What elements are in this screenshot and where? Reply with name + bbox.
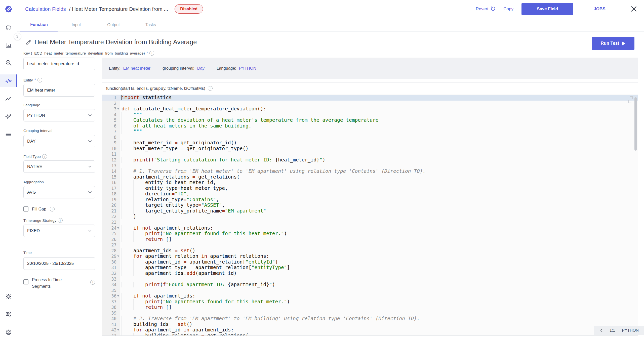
- sidebar-item-settings[interactable]: [0, 292, 17, 301]
- key-input[interactable]: [23, 58, 95, 70]
- code-line[interactable]: 6 of all heat meters in the same buildin…: [102, 123, 638, 129]
- sidebar-item-menu[interactable]: [0, 130, 17, 139]
- field-type-select[interactable]: NATIVE: [23, 160, 95, 173]
- run-test-button[interactable]: Run Test: [592, 37, 634, 50]
- sidebar-expand-button[interactable]: [14, 33, 21, 40]
- code-line[interactable]: 39: [102, 310, 638, 316]
- code-line[interactable]: 23: [102, 220, 638, 225]
- entity-input[interactable]: [23, 84, 95, 97]
- code-line[interactable]: 12 print(f"Starting calculation for heat…: [102, 157, 638, 163]
- tab-input[interactable]: Input: [58, 18, 95, 31]
- code-line[interactable]: 14 # 1. Traverse from 'EM heat meter' to…: [102, 168, 638, 174]
- editor-language[interactable]: PYTHON: [622, 328, 639, 333]
- editor-scrollbar[interactable]: [634, 97, 637, 151]
- sidebar-item-home[interactable]: [0, 23, 17, 32]
- code-line[interactable]: 32 apartment_ids.add(apartment_id): [102, 271, 638, 276]
- info-icon[interactable]: [37, 78, 42, 82]
- code-line[interactable]: 25 print("No apartment found for this he…: [102, 231, 638, 237]
- code-line[interactable]: 4 """: [102, 112, 638, 118]
- code-line[interactable]: 17 entity_type=heat_meter_type,: [102, 186, 638, 191]
- process-segments-checkbox[interactable]: [23, 279, 28, 284]
- code-line[interactable]: 19 relation_type="Contains",: [102, 197, 638, 203]
- sidebar-item-account[interactable]: [0, 328, 17, 337]
- code-line[interactable]: 1import statistics: [102, 95, 638, 101]
- time-range-input[interactable]: [23, 257, 95, 270]
- fold-toggle-icon[interactable]: [117, 295, 119, 297]
- sidebar-item-dashboards[interactable]: [0, 40, 17, 50]
- code-line[interactable]: 15 apartment_relations = get_relations(: [102, 174, 638, 180]
- code-line[interactable]: 29 for apartment_relation in apartment_r…: [102, 253, 638, 259]
- line-number: 37: [102, 299, 120, 305]
- save-field-button[interactable]: Save Field: [521, 3, 573, 15]
- code-line[interactable]: 43 building_relations = get_relations(: [102, 333, 638, 335]
- breadcrumb-section-link[interactable]: Calculation Fields: [25, 6, 66, 12]
- fold-toggle-icon[interactable]: [117, 227, 119, 229]
- summary-grouping-value[interactable]: Day: [197, 66, 205, 71]
- code-line[interactable]: 18 direction="TO",: [102, 191, 638, 197]
- code-line[interactable]: 38 return []: [102, 305, 638, 310]
- code-line[interactable]: 21 target_entity_profile_name="EM apartm…: [102, 208, 638, 214]
- code-line[interactable]: 31 apartment_type = apartment_relation["…: [102, 265, 638, 271]
- code-line[interactable]: 16 entity_id=heat_meter_id,: [102, 180, 638, 186]
- language-select[interactable]: PYTHON: [23, 109, 95, 121]
- fullscreen-toggle-icon[interactable]: [628, 96, 633, 103]
- tab-output[interactable]: Output: [95, 18, 132, 31]
- code-line[interactable]: 5 Calculates the deviation of a heat met…: [102, 117, 638, 123]
- sidebar-item-ai[interactable]: [0, 112, 17, 121]
- code-line[interactable]: 2: [102, 101, 638, 106]
- code-line[interactable]: 41 building_ids = set(): [102, 322, 638, 327]
- code-line[interactable]: 3def calculate_heat_meter_temperature_de…: [102, 106, 638, 112]
- code-line[interactable]: 27: [102, 242, 638, 248]
- sidebar-item-explore[interactable]: [0, 58, 17, 67]
- code-line[interactable]: 35: [102, 288, 638, 293]
- info-icon[interactable]: [58, 218, 63, 223]
- info-icon[interactable]: [90, 280, 95, 285]
- copy-button[interactable]: Copy: [503, 7, 513, 12]
- code-line[interactable]: 26 return []: [102, 237, 638, 242]
- code-line[interactable]: 8: [102, 135, 638, 140]
- info-icon[interactable]: [208, 86, 213, 91]
- code-line[interactable]: 37 print("No apartments found for this h…: [102, 299, 638, 305]
- code-line[interactable]: 13: [102, 163, 638, 169]
- fold-toggle-icon[interactable]: [117, 108, 119, 110]
- code-line[interactable]: 40 # 2. Traverse from 'EM apartment' to …: [102, 316, 638, 322]
- chevron-down-icon: [88, 166, 92, 168]
- sidebar-item-calculation-fields[interactable]: [0, 76, 17, 85]
- code-line[interactable]: 10 heat_meter_type = get_originator_type…: [102, 146, 638, 152]
- info-icon[interactable]: [149, 51, 154, 56]
- code-line[interactable]: 34 print(f"Found apartment ID: {apartmen…: [102, 282, 638, 288]
- code-line[interactable]: 7 """: [102, 129, 638, 135]
- edit-title-button[interactable]: [25, 39, 31, 46]
- summary-language-value[interactable]: PYTHON: [239, 66, 256, 71]
- line-number: 34: [102, 282, 120, 288]
- sidebar-item-trends[interactable]: [0, 94, 17, 103]
- code-line[interactable]: 30 apartment_id = apartment_relation["en…: [102, 259, 638, 265]
- close-button[interactable]: [630, 6, 637, 12]
- sidebar-item-preferences[interactable]: [0, 310, 17, 319]
- code-line[interactable]: 9 heat_meter_id = get_originator_id(): [102, 140, 638, 146]
- code-line[interactable]: 28 apartment_ids = set(): [102, 248, 638, 254]
- summary-entity-value[interactable]: EM heat meter: [123, 66, 150, 71]
- revert-button[interactable]: Revert: [476, 6, 496, 12]
- code-line[interactable]: 22 ): [102, 214, 638, 220]
- chevron-left-icon[interactable]: [600, 328, 603, 332]
- fill-gap-checkbox[interactable]: [23, 206, 28, 211]
- jobs-button[interactable]: JOBS: [579, 3, 620, 15]
- code-line[interactable]: 20 target_entity_type="ASSET",: [102, 202, 638, 208]
- aggregation-select[interactable]: AVG: [23, 186, 95, 198]
- code-area[interactable]: 1import statistics23def calculate_heat_m…: [102, 94, 638, 335]
- fold-toggle-icon[interactable]: [117, 255, 119, 257]
- info-icon[interactable]: [42, 154, 47, 159]
- info-icon[interactable]: [50, 207, 55, 211]
- code-line[interactable]: 24 if not apartment_relations:: [102, 225, 638, 231]
- code-line[interactable]: 36 if not apartment_ids:: [102, 293, 638, 299]
- tab-tasks[interactable]: Tasks: [132, 18, 169, 31]
- tab-function[interactable]: Function: [20, 18, 58, 31]
- fold-toggle-icon[interactable]: [117, 329, 119, 331]
- code-line[interactable]: 11: [102, 151, 638, 157]
- grouping-interval-select[interactable]: DAY: [23, 135, 95, 147]
- code-line[interactable]: 33: [102, 276, 638, 282]
- code-line[interactable]: 42 for apartment_id in apartment_ids:: [102, 327, 638, 333]
- timerange-strategy-select[interactable]: FIXED: [23, 225, 95, 237]
- app-logo[interactable]: [0, 0, 17, 18]
